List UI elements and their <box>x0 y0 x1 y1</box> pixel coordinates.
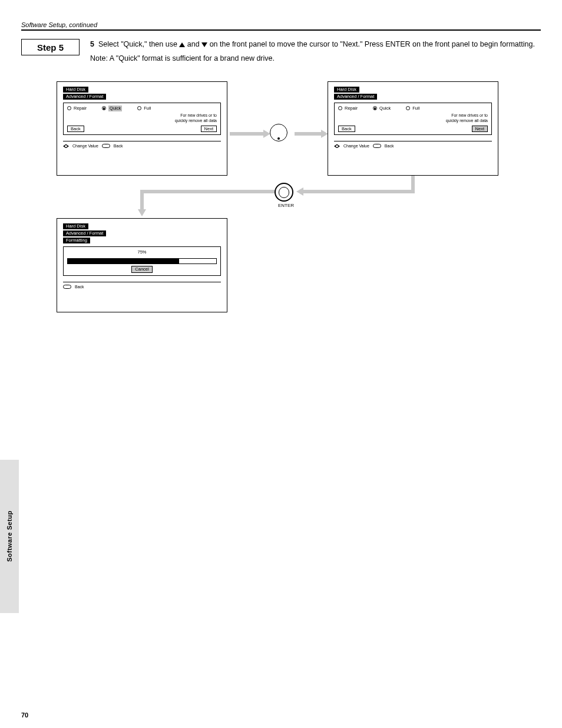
down-arrow-icon <box>201 42 207 47</box>
divider <box>21 29 541 31</box>
panel-footer: Change Value Back <box>334 141 492 149</box>
tab-advanced-format: Advanced / Format <box>63 230 106 236</box>
step-text: 5 Select "Quick," then use and on the fr… <box>90 39 535 64</box>
frame-radios: Repair Quick Full For new drives or to q… <box>63 103 221 136</box>
panel-format-quick: Hard Disk Advanced / Format Repair Quick… <box>57 81 227 176</box>
back-button[interactable]: Back <box>67 126 84 133</box>
panel-format-next: Hard Disk Advanced / Format Repair Quick… <box>328 81 498 176</box>
tab-harddisk: Hard Disk <box>63 87 88 93</box>
flow-arrow-right-1 <box>230 132 265 136</box>
radio-quick[interactable] <box>102 106 106 110</box>
progress-frame: 75% Cancel <box>63 246 221 276</box>
cancel-button[interactable]: Cancel <box>131 266 152 273</box>
side-tab-label: Software Setup <box>6 510 13 562</box>
next-button[interactable]: Next <box>472 126 488 133</box>
dpad-icon <box>63 144 69 148</box>
guide-text: For new drives or to quickly remove all … <box>67 113 217 123</box>
back-pill-icon <box>102 144 110 148</box>
radio-repair[interactable] <box>338 106 342 110</box>
chapter-heading: Software Setup, continued <box>21 21 541 28</box>
up-arrow-icon <box>179 42 185 47</box>
tab-advanced-format: Advanced / Format <box>63 94 106 100</box>
panel-footer: Back <box>63 282 221 289</box>
step-note: Note: A "Quick" format is sufficient for… <box>90 54 275 62</box>
flow-connector <box>140 190 275 193</box>
radio-quick[interactable] <box>373 106 377 110</box>
guide-text: For new drives or to quickly remove all … <box>338 113 488 123</box>
flow-arrow-down <box>140 190 144 211</box>
panel-footer: Change Value Back <box>63 141 221 149</box>
step-label: Step 5 <box>37 42 64 52</box>
back-pill-icon <box>373 144 381 148</box>
tab-formatting: Formatting <box>63 238 90 243</box>
flow-arrow-left <box>302 190 302 193</box>
enter-label: ENTER <box>278 203 294 208</box>
side-tab: Software Setup <box>0 460 19 613</box>
joystick-icon <box>270 124 287 141</box>
radio-full[interactable] <box>137 106 141 110</box>
back-button[interactable]: Back <box>338 126 355 133</box>
progress-bar <box>67 258 217 264</box>
dpad-icon <box>334 144 340 148</box>
diagram: Hard Disk Advanced / Format Repair Quick… <box>57 81 540 341</box>
tab-harddisk: Hard Disk <box>334 87 359 93</box>
back-pill-icon <box>63 285 71 289</box>
panel-formatting: Hard Disk Advanced / Format Formatting 7… <box>57 218 227 312</box>
step-box: Step 5 <box>21 39 80 55</box>
radio-full[interactable] <box>406 106 410 110</box>
frame-radios: Repair Quick Full For new drives or to q… <box>334 103 492 136</box>
step-number: 5 <box>90 40 94 48</box>
tab-harddisk: Hard Disk <box>63 223 88 229</box>
flow-connector <box>302 190 415 193</box>
radio-repair[interactable] <box>67 106 71 110</box>
page-number: 70 <box>21 711 28 719</box>
flow-arrow-right-2 <box>295 132 323 136</box>
progress-text: 75% <box>67 249 217 255</box>
enter-button-icon <box>275 183 293 202</box>
next-button[interactable]: Next <box>201 126 217 133</box>
tab-advanced-format: Advanced / Format <box>334 94 377 100</box>
